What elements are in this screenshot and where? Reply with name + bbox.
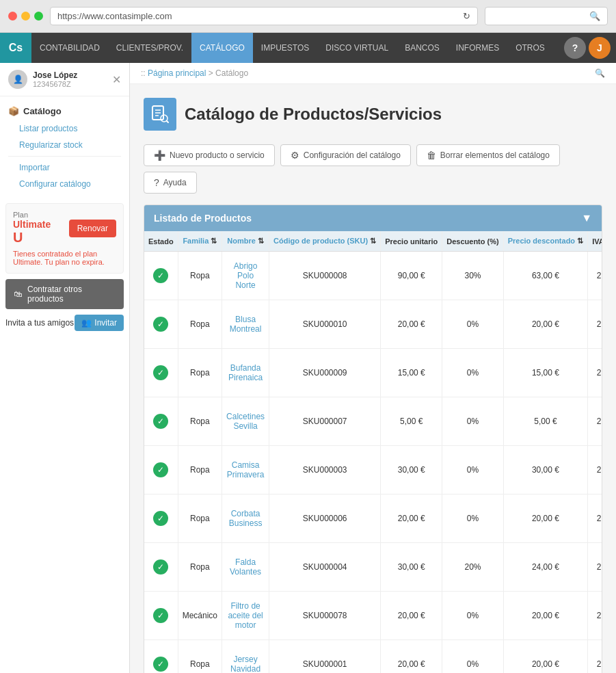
- estado-cell: ✓: [144, 397, 178, 446]
- product-link[interactable]: Bufanda Pirenaica: [228, 363, 263, 382]
- sidebar-item-configurar-catalogo[interactable]: Configurar catálogo: [0, 176, 129, 192]
- minimize-dot[interactable]: [21, 12, 30, 21]
- sidebar-catalogo-section: 📦 Catálogo Listar productos Regularizar …: [0, 96, 129, 198]
- logo[interactable]: Cs: [0, 33, 31, 63]
- iva-cell: 21%: [588, 397, 602, 446]
- renew-button[interactable]: Renovar: [69, 220, 116, 237]
- close-dot[interactable]: [8, 12, 17, 21]
- familia-cell: Ropa: [178, 494, 222, 543]
- product-link[interactable]: Calcetines Sevilla: [226, 412, 265, 431]
- plan-box: Plan Ultimate U Renovar Tienes contratad…: [5, 203, 124, 274]
- estado-cell: ✓: [144, 349, 178, 397]
- descuento-cell: 0%: [442, 446, 503, 494]
- estado-cell: ✓: [144, 252, 178, 300]
- product-link[interactable]: Corbata Business: [229, 509, 263, 528]
- status-active-icon: ✓: [153, 268, 168, 283]
- precio-desc-cell: 24,00 €: [503, 543, 587, 592]
- product-link[interactable]: Jersey Navidad: [230, 655, 260, 673]
- descuento-cell: 0%: [442, 349, 503, 397]
- nav-bancos[interactable]: BANCOS: [397, 33, 448, 63]
- plan-warning: Tienes contratado el plan Ultimate. Tu p…: [13, 250, 116, 266]
- contract-icon: 🛍: [14, 289, 22, 299]
- nav-impuestos[interactable]: IMPUESTOS: [253, 33, 317, 63]
- new-product-button[interactable]: ➕ Nuevo producto o servicio: [144, 144, 275, 166]
- table-title: Listado de Productos: [154, 213, 252, 224]
- avatar: 👤: [8, 70, 27, 89]
- precio-cell: 20,00 €: [381, 300, 442, 349]
- familia-cell: Ropa: [178, 397, 222, 446]
- filter-icon[interactable]: ▼: [581, 212, 592, 224]
- nombre-cell: Falda Volantes: [222, 543, 269, 592]
- sidebar-item-importar[interactable]: Importar: [0, 159, 129, 176]
- nav-otros[interactable]: OTROS: [507, 33, 553, 63]
- product-link[interactable]: Falda Volantes: [230, 557, 261, 577]
- sku-cell: SKU000007: [269, 397, 381, 446]
- col-sku-link[interactable]: Código de producto (SKU): [273, 237, 368, 245]
- precio-desc-cell: 20,00 €: [503, 494, 587, 543]
- browser-search[interactable]: 🔍: [485, 7, 608, 25]
- table-row: ✓ Ropa Falda Volantes SKU000004 30,00 € …: [144, 543, 602, 592]
- sidebar-divider: [8, 156, 121, 157]
- table-header-row: Estado Familia ⇅ Nombre ⇅ Código de prod…: [144, 231, 602, 252]
- nav-catalogo[interactable]: CATÁLOGO: [191, 33, 253, 63]
- sku-cell: SKU000078: [269, 592, 381, 640]
- estado-cell: ✓: [144, 494, 178, 543]
- username: Jose López: [33, 70, 77, 80]
- sidebar-item-listar-productos[interactable]: Listar productos: [0, 120, 129, 137]
- iva-cell: 21%: [588, 640, 602, 674]
- nav-contabilidad[interactable]: CONTABILIDAD: [31, 33, 108, 63]
- breadcrumb-home[interactable]: Página principal: [148, 68, 206, 78]
- col-familia: Familia ⇅: [178, 231, 222, 252]
- help-button[interactable]: ?: [564, 37, 586, 59]
- invite-label: Invita a tus amigos: [5, 318, 74, 328]
- product-link[interactable]: Abrigo Polo Norte: [234, 261, 258, 290]
- invite-button[interactable]: 👥 Invitar: [75, 315, 124, 331]
- plan-label: Plan: [13, 211, 51, 219]
- nav-disco-virtual[interactable]: DISCO VIRTUAL: [317, 33, 397, 63]
- url-bar[interactable]: https://www.contasimple.com ↻: [50, 7, 478, 25]
- table-header: Listado de Productos ▼: [144, 205, 602, 231]
- col-familia-link[interactable]: Familia: [183, 237, 209, 245]
- add-icon: ➕: [154, 150, 165, 161]
- familia-cell: Ropa: [178, 252, 222, 300]
- estado-cell: ✓: [144, 543, 178, 592]
- product-link[interactable]: Blusa Montreal: [230, 315, 262, 334]
- maximize-dot[interactable]: [34, 12, 43, 21]
- col-precio-desc: Precio descontado ⇅: [503, 231, 587, 252]
- sku-cell: SKU000001: [269, 640, 381, 674]
- col-precio-desc-link[interactable]: Precio descontado: [508, 237, 575, 245]
- catalog-config-button[interactable]: ⚙ Configuración del catálogo: [280, 144, 411, 166]
- catalog-icon: 📦: [8, 106, 19, 116]
- iva-cell: 21%: [588, 252, 602, 300]
- nombre-cell: Corbata Business: [222, 494, 269, 543]
- descuento-cell: 0%: [442, 640, 503, 674]
- gear-icon: ⚙: [291, 150, 299, 161]
- precio-cell: 20,00 €: [381, 494, 442, 543]
- user-button[interactable]: J: [589, 37, 611, 59]
- delete-elements-button[interactable]: 🗑 Borrar elementos del catálogo: [416, 144, 560, 166]
- contract-label: Contratar otros productos: [27, 285, 82, 304]
- estado-cell: ✓: [144, 640, 178, 674]
- trash-icon: 🗑: [427, 150, 436, 161]
- browser-chrome: https://www.contasimple.com ↻ 🔍: [0, 0, 616, 33]
- iva-cell: 21%: [588, 446, 602, 494]
- nombre-cell: Camisa Primavera: [222, 446, 269, 494]
- product-link[interactable]: Camisa Primavera: [227, 460, 265, 479]
- plan-u: U: [13, 230, 51, 246]
- breadcrumb-separator: ::: [141, 68, 146, 78]
- nav-informes[interactable]: INFORMES: [448, 33, 507, 63]
- nav-clientes[interactable]: CLIENTES/PROV.: [108, 33, 191, 63]
- product-link[interactable]: Filtro de aceite del motor: [228, 601, 263, 630]
- close-icon[interactable]: ✕: [112, 73, 121, 86]
- col-descuento: Descuento (%): [442, 231, 503, 252]
- invite-icon: 👥: [81, 318, 92, 328]
- col-nombre-link[interactable]: Nombre: [227, 237, 256, 245]
- sku-cell: SKU000004: [269, 543, 381, 592]
- estado-cell: ✓: [144, 592, 178, 640]
- contract-box[interactable]: 🛍 Contratar otros productos: [5, 279, 124, 309]
- sidebar-item-regularizar-stock[interactable]: Regularizar stock: [0, 137, 129, 153]
- search-icon[interactable]: 🔍: [595, 68, 605, 78]
- precio-cell: 20,00 €: [381, 640, 442, 674]
- refresh-icon[interactable]: ↻: [463, 11, 470, 21]
- help-button-toolbar[interactable]: ? Ayuda: [144, 172, 197, 194]
